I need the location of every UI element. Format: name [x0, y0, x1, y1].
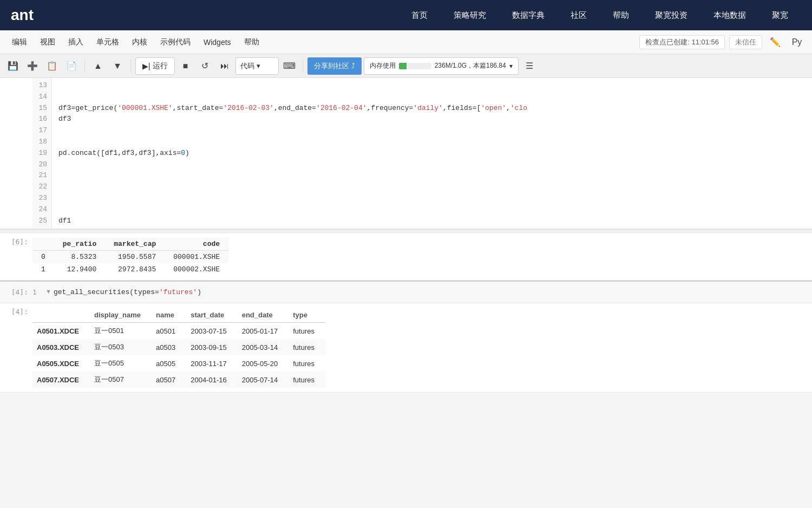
line-num-15: 15	[37, 103, 47, 114]
restart-run-button[interactable]: ⏭	[216, 57, 233, 75]
move-up-button[interactable]: ▲	[89, 57, 107, 75]
memory-bar-fill	[399, 63, 407, 69]
col-header-idx	[32, 238, 54, 251]
nav-home[interactable]: 首页	[398, 6, 441, 25]
add-cell-button[interactable]: ➕	[24, 57, 41, 75]
memory-value: 236M/1.0G，本篇186.84	[435, 61, 506, 70]
run-label: 运行	[153, 61, 168, 71]
row4-dname-2: 豆一0505	[90, 355, 152, 372]
row-idx-1: 1	[32, 263, 54, 276]
menu-kernel[interactable]: 内核	[127, 35, 153, 49]
row4-type-1: futures	[289, 339, 325, 355]
save-button[interactable]: 💾	[4, 57, 22, 75]
row4-name-0: a0501	[152, 323, 186, 340]
row4-type-2: futures	[289, 355, 325, 372]
move-down-button[interactable]: ▼	[109, 57, 126, 75]
list-icon-button[interactable]: ☰	[521, 57, 538, 75]
output-label-6: [6]:	[0, 233, 32, 246]
nav-jq[interactable]: 聚宽	[759, 6, 801, 25]
kernel-status-btn[interactable]: Py	[788, 34, 806, 51]
code-cell-main: 13 14 15 16 17 18 19 20 21 22 23 24 25 d…	[0, 78, 812, 229]
row4-idx-2: A0505.XDCE	[32, 355, 90, 372]
run-icon: ▶|	[142, 62, 150, 70]
brand-logo: ant	[11, 6, 34, 24]
menu-insert[interactable]: 插入	[63, 35, 89, 49]
sep2	[130, 60, 131, 73]
cell4-input-label: [4]:	[0, 285, 32, 296]
menu-widgets[interactable]: Widgets	[198, 36, 237, 49]
menu-cell[interactable]: 单元格	[91, 35, 125, 49]
nav-help[interactable]: 帮助	[600, 6, 642, 25]
top-nav: ant 首页 策略研究 数据字典 社区 帮助 聚宽投资 本地数据 聚宽	[0, 0, 812, 30]
menu-example-code[interactable]: 示例代码	[155, 35, 196, 49]
row4-end-0: 2005-01-17	[238, 323, 289, 340]
memory-dropdown-icon: ▾	[509, 62, 513, 70]
line-numbers: 13 14 15 16 17 18 19 20 21 22 23 24 25	[32, 78, 52, 229]
col-header-market-cap: market_cap	[105, 238, 165, 251]
code-line-25: df1	[58, 216, 806, 227]
keyboard-shortcut-button[interactable]: ⌨	[281, 57, 298, 75]
col-header-code: code	[165, 238, 228, 251]
row-pe-1: 12.9400	[54, 263, 105, 276]
scrollbar[interactable]	[0, 229, 812, 233]
code-content[interactable]: df3=get_price('000001.XSHE',start_date='…	[52, 78, 812, 229]
chevron-down-icon: ▾	[257, 62, 260, 70]
cell4-collapse-icon[interactable]: ▼	[45, 285, 54, 295]
code-line-16: df3	[58, 114, 806, 125]
cell-type-label: 代码	[240, 61, 254, 71]
action-bar: 💾 ➕ 📋 📄 ▲ ▼ ▶| 运行 ■ ↺ ⏭ 代码 ▾ ⌨ 分享到社区 ⤴ 内…	[0, 54, 812, 78]
nav-community[interactable]: 社区	[558, 6, 600, 25]
table-row: A0501.XDCE 豆一0501 a0501 2003-07-15 2005-…	[32, 323, 325, 340]
run-button[interactable]: ▶| 运行	[135, 57, 175, 75]
stop-button[interactable]: ■	[177, 57, 194, 75]
code-line-20	[58, 159, 806, 171]
paste-cell-button[interactable]: 📄	[63, 57, 80, 75]
nav-strategy[interactable]: 策略研究	[441, 6, 499, 25]
code-line-21	[58, 170, 806, 181]
memory-bar-bg	[399, 63, 431, 69]
menu-edit[interactable]: 编辑	[6, 35, 32, 49]
edit-icon-btn[interactable]: ✏️	[767, 34, 784, 51]
col4-header-end-date: end_date	[238, 308, 289, 323]
table-row: 1 12.9400 2972.8435 000002.XSHE	[32, 263, 228, 276]
row-mc-0: 1950.5587	[105, 251, 165, 264]
sep3	[303, 60, 303, 73]
row4-name-3: a0507	[152, 372, 186, 388]
output-cell-4: [4]: display_name name start_date end_da…	[0, 303, 812, 393]
menu-view[interactable]: 视图	[35, 35, 61, 49]
output-content-4: display_name name start_date end_date ty…	[32, 303, 812, 392]
row4-start-3: 2004-01-16	[186, 372, 238, 388]
restart-button[interactable]: ↺	[197, 57, 214, 75]
row4-dname-3: 豆一0507	[90, 372, 152, 388]
cell4-code-content[interactable]: get_all_securities(types='futures')	[54, 285, 201, 299]
memory-label: 内存使用	[370, 61, 396, 70]
cell4-code-plain: get_all_securities(types=	[54, 288, 159, 296]
row4-name-2: a0505	[152, 355, 186, 372]
code-line-24	[58, 204, 806, 216]
row-pe-0: 8.5323	[54, 251, 105, 264]
copy-cell-button[interactable]: 📋	[43, 57, 61, 75]
row4-start-1: 2003-09-15	[186, 339, 238, 355]
menu-toolbar: 编辑 视图 插入 单元格 内核 示例代码 Widgets 帮助 检查点已创建: …	[0, 30, 812, 54]
nav-links: 首页 策略研究 数据字典 社区 帮助 聚宽投资 本地数据 聚宽	[398, 6, 801, 25]
nav-invest[interactable]: 聚宽投资	[642, 6, 700, 25]
notebook: 13 14 15 16 17 18 19 20 21 22 23 24 25 d…	[0, 78, 812, 393]
cell-input-label	[0, 78, 32, 229]
row4-end-3: 2005-07-14	[238, 372, 289, 388]
nav-data-dict[interactable]: 数据字典	[499, 6, 558, 25]
cell4-code-string: 'futures'	[159, 288, 197, 296]
col4-header-start-date: start_date	[186, 308, 238, 323]
output-row-4: [4]: display_name name start_date end_da…	[0, 303, 812, 392]
nav-local-data[interactable]: 本地数据	[700, 6, 759, 25]
row4-name-1: a0503	[152, 339, 186, 355]
cell4-input: [4]: 1 ▼ get_all_securities(types='futur…	[0, 281, 812, 303]
code-line-17	[58, 125, 806, 136]
code-line-22	[58, 181, 806, 193]
menu-help[interactable]: 帮助	[239, 35, 265, 49]
code-area[interactable]: 13 14 15 16 17 18 19 20 21 22 23 24 25 d…	[32, 78, 812, 229]
line-num-13: 13	[37, 80, 47, 92]
line-num-14: 14	[37, 92, 47, 103]
share-button[interactable]: 分享到社区 ⤴	[307, 57, 362, 75]
line-num-19: 19	[37, 148, 47, 159]
cell-type-select[interactable]: 代码 ▾	[235, 57, 279, 75]
